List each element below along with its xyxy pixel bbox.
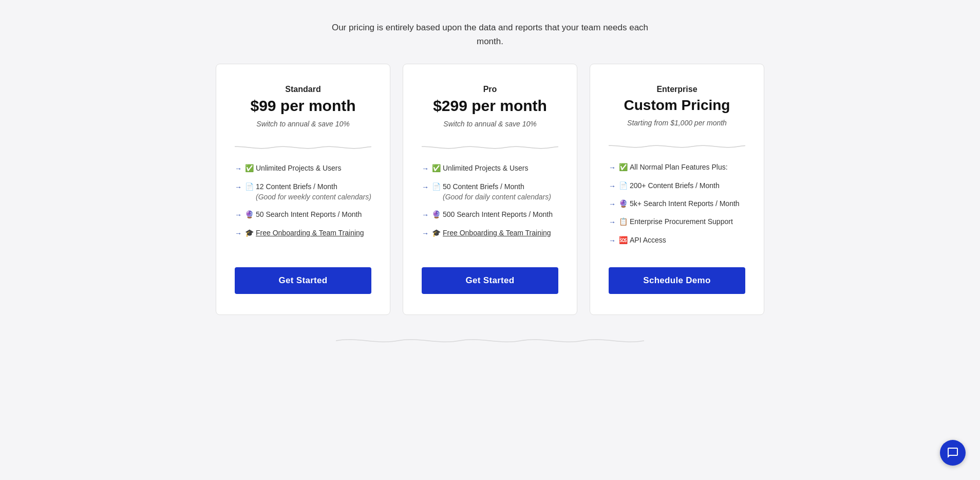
feature-emoji: 🔮 [432,209,441,219]
cta-button-enterprise[interactable]: Schedule Demo [609,267,745,294]
pricing-card-enterprise: EnterpriseCustom PricingStarting from $1… [590,64,764,315]
plan-name-enterprise: Enterprise [609,85,745,94]
plan-price-pro: $299 per month [422,97,558,115]
feature-text: Enterprise Procurement Support [630,216,745,227]
feature-text: Unlimited Projects & Users [443,163,558,173]
list-item: →🔮 50 Search Intent Reports / Month [235,209,371,220]
plan-price-enterprise: Custom Pricing [609,97,745,114]
arrow-icon: → [235,163,242,174]
list-item: →🎓 Free Onboarding & Team Training [422,228,558,238]
list-item: →🔮 5k+ Search Intent Reports / Month [609,198,745,209]
feature-emoji: 📄 [245,181,254,192]
feature-emoji: 🎓 [432,228,441,238]
feature-emoji: ✅ [619,162,628,172]
feature-text: API Access [630,235,745,245]
feature-emoji: 🆘 [619,235,628,245]
feature-text: Unlimited Projects & Users [256,163,371,173]
pricing-card-pro: Pro$299 per monthSwitch to annual & save… [403,64,577,315]
divider [235,144,371,151]
features-list-standard: →✅ Unlimited Projects & Users→📄 12 Conte… [235,163,371,252]
feature-text: Free Onboarding & Team Training [256,228,371,238]
feature-text: 5k+ Search Intent Reports / Month [630,198,745,209]
feature-emoji: 📋 [619,216,628,227]
arrow-icon: → [609,199,616,209]
arrow-icon: → [609,162,616,173]
list-item: →📄 12 Content Briefs / Month(Good for we… [235,181,371,202]
intro-text: Our pricing is entirely based upon the d… [310,0,670,64]
list-item: →📄 50 Content Briefs / Month(Good for da… [422,181,558,202]
plan-save-enterprise: Starting from $1,000 per month [609,119,745,127]
plan-name-pro: Pro [422,85,558,94]
list-item: →✅ Unlimited Projects & Users [235,163,371,174]
features-list-enterprise: →✅ All Normal Plan Features Plus:→📄 200+… [609,162,745,252]
list-item: →✅ All Normal Plan Features Plus: [609,162,745,173]
plan-price-standard: $99 per month [235,97,371,115]
list-item: →🆘 API Access [609,235,745,246]
arrow-icon: → [422,163,429,174]
bottom-wave [0,315,980,358]
feature-text: All Normal Plan Features Plus: [630,162,745,172]
divider [422,144,558,151]
arrow-icon: → [235,210,242,220]
arrow-icon: → [609,181,616,191]
arrow-icon: → [422,228,429,238]
plan-name-standard: Standard [235,85,371,94]
pricing-card-standard: Standard$99 per monthSwitch to annual & … [216,64,390,315]
arrow-icon: → [235,228,242,238]
plan-save-standard: Switch to annual & save 10% [235,120,371,128]
list-item: →🔮 500 Search Intent Reports / Month [422,209,558,220]
feature-text: 500 Search Intent Reports / Month [443,209,558,219]
arrow-icon: → [422,182,429,192]
arrow-icon: → [235,182,242,192]
feature-emoji: ✅ [432,163,441,173]
arrow-icon: → [422,210,429,220]
list-item: →✅ Unlimited Projects & Users [422,163,558,174]
chat-icon [947,447,959,459]
cta-button-standard[interactable]: Get Started [235,267,371,294]
list-item: →📄 200+ Content Briefs / Month [609,180,745,191]
chat-button[interactable] [940,440,966,466]
list-item: →📋 Enterprise Procurement Support [609,216,745,227]
pricing-grid: Standard$99 per monthSwitch to annual & … [156,64,824,315]
divider [609,143,745,150]
feature-emoji: 📄 [619,180,628,191]
feature-text: 12 Content Briefs / Month(Good for weekl… [256,181,371,202]
feature-emoji: 🔮 [619,198,628,209]
arrow-icon: → [609,235,616,246]
feature-emoji: 📄 [432,181,441,192]
feature-link[interactable]: Free Onboarding & Team Training [443,229,551,237]
arrow-icon: → [609,217,616,227]
feature-text: 50 Content Briefs / Month(Good for daily… [443,181,558,202]
features-list-pro: →✅ Unlimited Projects & Users→📄 50 Conte… [422,163,558,252]
feature-text: Free Onboarding & Team Training [443,228,558,238]
feature-text: 50 Search Intent Reports / Month [256,209,371,219]
feature-emoji: 🔮 [245,209,254,219]
cta-button-pro[interactable]: Get Started [422,267,558,294]
plan-save-pro: Switch to annual & save 10% [422,120,558,128]
feature-emoji: 🎓 [245,228,254,238]
feature-link[interactable]: Free Onboarding & Team Training [256,229,364,237]
list-item: →🎓 Free Onboarding & Team Training [235,228,371,238]
feature-emoji: ✅ [245,163,254,173]
feature-text: 200+ Content Briefs / Month [630,180,745,191]
